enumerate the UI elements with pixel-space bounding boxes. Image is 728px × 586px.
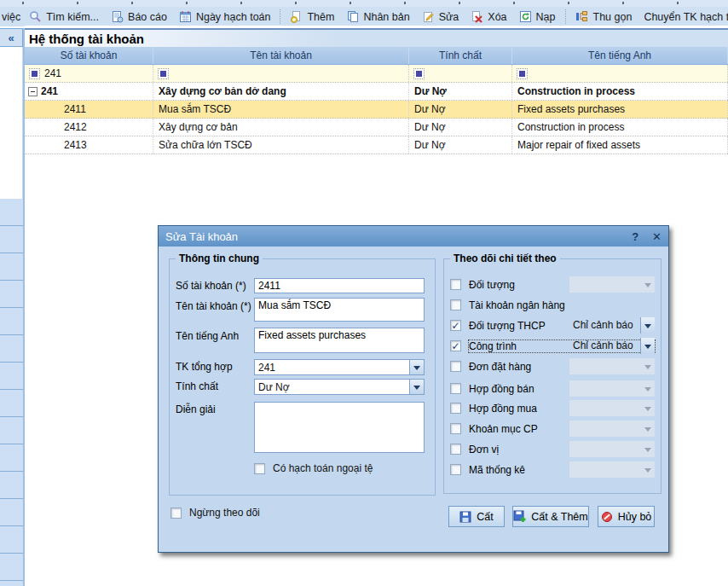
filter-icon[interactable]: [158, 68, 169, 79]
chevron-down-icon: [640, 421, 655, 437]
help-button[interactable]: ?: [625, 230, 645, 243]
detail-select-value: Chỉ cảnh báo: [569, 317, 640, 334]
accounts-grid: Số tài khoản Tên tài khoản Tính chất Tên…: [25, 47, 728, 154]
sidebar-collapse-button[interactable]: «: [0, 28, 23, 47]
chevron-down-icon[interactable]: [409, 380, 424, 394]
detail-row-don-vi: Đơn vị: [450, 441, 655, 457]
nature-value: Dư Nợ: [255, 380, 409, 394]
column-header-account-no[interactable]: Số tài khoản: [25, 47, 153, 64]
save-and-add-button[interactable]: Cất & Thêm: [512, 506, 589, 527]
column-header-nature[interactable]: Tính chất: [409, 47, 512, 64]
refresh-label: Nạp: [536, 11, 556, 23]
detail-select-value: [569, 380, 640, 397]
calendar-icon: [179, 10, 192, 23]
table-row[interactable]: 2413 Sửa chữa lớn TSCĐ Dư Nợ Major repai…: [25, 136, 728, 154]
detail-tracking-legend: Theo dõi chi tiết theo: [450, 252, 560, 264]
english-name-field[interactable]: Fixed assets purchases: [254, 328, 425, 353]
sidebar-panel: [0, 47, 23, 199]
cell-account-no: 2411: [64, 103, 86, 115]
delete-button[interactable]: Xóa: [465, 9, 511, 24]
detail-row-hop-dong-mua: Hợp đồng mua: [450, 400, 655, 416]
detail-select[interactable]: Chỉ cảnh báo: [569, 317, 655, 334]
edit-button[interactable]: Sửa: [417, 9, 465, 24]
account-name-field[interactable]: Mua sắm TSCĐ: [254, 298, 425, 322]
duplicate-label: Nhân bản: [363, 11, 409, 23]
table-row-selected[interactable]: 2411 Mua sắm TSCĐ Dư Nợ Fixed assets pur…: [25, 101, 728, 119]
posting-date-label: Ngày hạch toán: [196, 11, 271, 23]
left-sidebar: «: [0, 28, 25, 586]
filter-cell-account-no[interactable]: 241: [25, 65, 153, 82]
edit-account-dialog: Sửa Tài khoản ? ✕ Thông tin chung Số tài…: [158, 225, 669, 553]
delete-icon: [471, 10, 483, 23]
detail-checkbox[interactable]: [450, 299, 461, 310]
detail-label: Tài khoản ngân hàng: [469, 299, 655, 311]
chevron-down-icon[interactable]: [409, 360, 424, 374]
transfer-account-button[interactable]: Chuyển TK hạch toán: [638, 10, 728, 24]
detail-checkbox[interactable]: [450, 444, 461, 455]
save-add-icon: [513, 510, 526, 523]
cell-account-name: Xây dựng cơ bản: [159, 121, 238, 133]
collapse-tree-button[interactable]: Thu gọn: [570, 9, 638, 24]
column-header-english-name[interactable]: Tên tiếng Anh: [512, 47, 728, 64]
detail-checkbox[interactable]: [450, 423, 461, 434]
parent-account-select[interactable]: 241: [254, 359, 425, 375]
report-label: Báo cáo: [128, 11, 167, 23]
filter-icon[interactable]: [413, 68, 425, 79]
posting-date-button[interactable]: Ngày hạch toán: [174, 9, 276, 24]
edit-label: Sửa: [439, 11, 459, 23]
foreign-currency-checkbox[interactable]: [254, 463, 265, 474]
close-icon[interactable]: ✕: [645, 230, 668, 243]
detail-select-disabled: [569, 358, 655, 374]
description-field[interactable]: [254, 402, 425, 453]
save-button[interactable]: Cất: [448, 506, 505, 527]
search-label: Tìm kiếm...: [46, 11, 99, 23]
filter-cell-nature[interactable]: [409, 65, 512, 82]
account-no-field[interactable]: [254, 278, 425, 293]
detail-checkbox[interactable]: [450, 279, 461, 290]
stop-tracking-checkbox[interactable]: [170, 508, 182, 519]
detail-select[interactable]: Chỉ cảnh báo: [569, 338, 655, 354]
cell-english-name: Construction in process: [517, 85, 635, 97]
save-and-add-label: Cất & Thêm: [531, 511, 587, 523]
filter-value-account-no: 241: [44, 67, 61, 79]
table-row[interactable]: 241 Xây dựng cơ bản dở dang Dư Nợ Constr…: [25, 83, 728, 101]
detail-row-khoan-muc-cp: Khoản mục CP: [450, 421, 655, 437]
chevron-down-icon: [640, 358, 655, 374]
detail-checkbox[interactable]: [450, 383, 461, 394]
grid-header-row: Số tài khoản Tên tài khoản Tính chất Tên…: [25, 47, 728, 65]
detail-select-disabled: [569, 380, 655, 397]
add-label: Thêm: [307, 11, 334, 23]
dialog-titlebar[interactable]: Sửa Tài khoản ? ✕: [159, 226, 668, 247]
cancel-button[interactable]: Hủy bỏ: [598, 506, 655, 527]
detail-checkbox[interactable]: [450, 361, 461, 372]
duplicate-button[interactable]: Nhân bản: [341, 9, 414, 24]
detail-checkbox[interactable]: [450, 340, 461, 351]
detail-checkbox[interactable]: [450, 403, 461, 414]
refresh-button[interactable]: Nạp: [514, 9, 561, 24]
clipped-menubar: [0, 0, 728, 7]
transfer-account-label: Chuyển TK hạch toán: [644, 11, 728, 23]
filter-icon[interactable]: [29, 68, 40, 79]
stop-tracking-row[interactable]: Ngừng theo dõi: [170, 507, 260, 519]
foreign-currency-row[interactable]: Có hạch toán ngoại tệ: [254, 462, 373, 474]
refresh-icon: [519, 10, 532, 23]
collapse-row-icon[interactable]: [28, 87, 38, 96]
filter-cell-english-name[interactable]: [512, 65, 728, 82]
detail-checkbox[interactable]: [450, 464, 461, 475]
nature-select[interactable]: Dư Nợ: [254, 379, 425, 395]
page-title: Hệ thống tài khoản: [25, 32, 144, 46]
general-info-group: Thông tin chung: [169, 258, 436, 496]
add-button[interactable]: Thêm: [285, 9, 339, 24]
sidebar-collapsed-items[interactable]: [0, 199, 23, 586]
column-header-account-name[interactable]: Tên tài khoản: [153, 47, 409, 64]
report-button[interactable]: Báo cáo: [106, 9, 172, 24]
detail-select-value: [569, 441, 640, 457]
chevron-down-icon[interactable]: [640, 338, 655, 354]
filter-cell-account-name[interactable]: [153, 65, 409, 82]
table-row[interactable]: 2412 Xây dựng cơ bản Dư Nợ Construction …: [25, 119, 728, 136]
chevron-down-icon[interactable]: [640, 317, 655, 334]
filter-icon[interactable]: [517, 68, 528, 79]
detail-checkbox[interactable]: [450, 320, 461, 331]
cell-account-no: 2412: [64, 121, 87, 133]
search-button[interactable]: Tìm kiếm...: [24, 9, 104, 24]
